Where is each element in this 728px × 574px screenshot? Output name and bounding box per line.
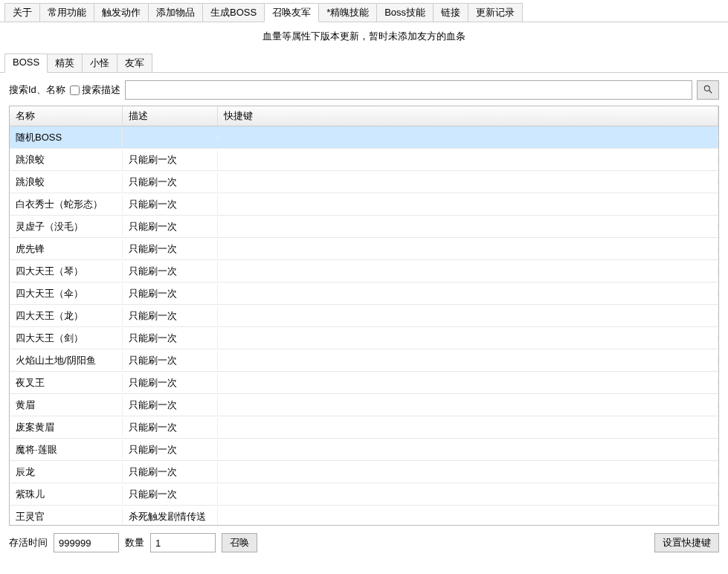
cell-name: 灵虚子（没毛）: [10, 217, 123, 236]
svg-point-0: [704, 86, 709, 91]
top-tab-9[interactable]: 更新记录: [468, 3, 523, 22]
table-row[interactable]: 跳浪蛟只能刷一次: [10, 149, 718, 171]
table-row[interactable]: 四大天王（龙）只能刷一次: [10, 305, 718, 327]
cell-desc: 只能刷一次: [123, 418, 218, 437]
top-tab-3[interactable]: 添加物品: [148, 3, 203, 22]
cell-name: 辰龙: [10, 462, 123, 482]
cell-name: 跳浪蛟: [10, 172, 123, 192]
cell-name: 四大天王（琴）: [10, 262, 123, 281]
cell-name: 黄眉: [10, 396, 123, 415]
cell-key: [218, 380, 718, 386]
search-label: 搜索Id、名称: [9, 83, 65, 97]
sub-tab-3[interactable]: 友军: [117, 54, 152, 72]
cell-name: 白衣秀士（蛇形态）: [10, 195, 123, 214]
cell-name: 废案黄眉: [10, 418, 123, 437]
table-row[interactable]: 辰龙只能刷一次: [10, 461, 718, 483]
cell-desc: 只能刷一次: [123, 351, 218, 370]
cell-name: 跳浪蛟: [10, 150, 123, 170]
sub-tab-0[interactable]: BOSS: [4, 54, 48, 73]
table-row[interactable]: 四大天王（伞）只能刷一次: [10, 283, 718, 305]
life-input[interactable]: [54, 533, 119, 552]
cell-key: [218, 246, 718, 252]
search-input[interactable]: [125, 80, 692, 100]
col-header-name[interactable]: 名称: [10, 106, 123, 126]
search-button[interactable]: [697, 80, 719, 100]
table-row[interactable]: 跳浪蛟只能刷一次: [10, 171, 718, 193]
table-row[interactable]: 魔将·莲眼只能刷一次: [10, 439, 718, 461]
top-tab-4[interactable]: 生成BOSS: [202, 3, 265, 22]
top-tab-1[interactable]: 常用功能: [39, 3, 94, 22]
cell-key: [218, 157, 718, 163]
cell-key: [218, 268, 718, 274]
cell-key: [218, 425, 718, 430]
cell-name: 随机BOSS: [10, 128, 123, 147]
cell-key: [218, 291, 718, 297]
cell-desc: 只能刷一次: [123, 262, 218, 281]
search-desc-checkbox-wrap[interactable]: 搜索描述: [70, 83, 120, 97]
table-row[interactable]: 虎先锋只能刷一次: [10, 238, 718, 260]
table-row[interactable]: 夜叉王只能刷一次: [10, 372, 718, 394]
search-icon: [703, 84, 713, 97]
qty-input[interactable]: [150, 533, 216, 552]
top-tab-5[interactable]: 召唤友军: [264, 3, 319, 22]
cell-key: [218, 201, 718, 207]
cell-name: 魔将·莲眼: [10, 440, 123, 459]
cell-key: [218, 224, 718, 230]
cell-desc: 只能刷一次: [123, 217, 218, 236]
cell-key: [218, 514, 718, 520]
summon-button[interactable]: 召唤: [222, 533, 257, 552]
table-row[interactable]: 火焰山土地/阴阳鱼只能刷一次: [10, 349, 718, 372]
col-header-key[interactable]: 快捷键: [218, 106, 718, 126]
table-row[interactable]: 黄眉只能刷一次: [10, 394, 718, 416]
cell-desc: 只能刷一次: [123, 440, 218, 459]
cell-desc: 只能刷一次: [123, 284, 218, 303]
col-header-desc[interactable]: 描述: [123, 106, 218, 126]
cell-name: 四大天王（伞）: [10, 284, 123, 303]
table-row[interactable]: 四大天王（剑）只能刷一次: [10, 327, 718, 349]
cell-desc: 只能刷一次: [123, 396, 218, 415]
cell-key: [218, 447, 718, 453]
table-row[interactable]: 废案黄眉只能刷一次: [10, 416, 718, 439]
sub-tab-1[interactable]: 精英: [47, 54, 83, 72]
sub-tab-2[interactable]: 小怪: [82, 54, 117, 72]
cell-desc: 只能刷一次: [123, 485, 218, 504]
cell-desc: 只能刷一次: [123, 462, 218, 482]
cell-name: 紫珠儿: [10, 485, 123, 504]
cell-desc: 只能刷一次: [123, 195, 218, 214]
cell-desc: 只能刷一次: [123, 239, 218, 259]
cell-desc: 杀死触发剧情传送: [123, 507, 218, 526]
cell-key: [218, 402, 718, 408]
cell-name: 火焰山土地/阴阳鱼: [10, 351, 123, 370]
table-row[interactable]: 紫珠儿只能刷一次: [10, 483, 718, 506]
top-tab-0[interactable]: 关于: [4, 3, 40, 22]
cell-desc: 只能刷一次: [123, 172, 218, 192]
set-hotkey-button[interactable]: 设置快捷键: [654, 533, 719, 552]
table-row[interactable]: 四大天王（琴）只能刷一次: [10, 260, 718, 283]
cell-key: [218, 358, 718, 364]
top-tab-7[interactable]: Boss技能: [376, 3, 434, 22]
cell-desc: 只能刷一次: [123, 150, 218, 170]
top-tab-2[interactable]: 触发动作: [94, 3, 149, 22]
cell-key: [218, 135, 718, 141]
table-row[interactable]: 白衣秀士（蛇形态）只能刷一次: [10, 193, 718, 216]
search-desc-checkbox[interactable]: [70, 86, 80, 95]
cell-desc: 只能刷一次: [123, 373, 218, 393]
table-body[interactable]: 随机BOSS跳浪蛟只能刷一次跳浪蛟只能刷一次白衣秀士（蛇形态）只能刷一次灵虚子（…: [10, 126, 718, 525]
cell-key: [218, 469, 718, 475]
table-row[interactable]: 王灵官杀死触发剧情传送: [10, 506, 718, 525]
cell-desc: 只能刷一次: [123, 329, 218, 348]
qty-label: 数量: [125, 536, 144, 549]
cell-name: 夜叉王: [10, 373, 123, 393]
table-header: 名称 描述 快捷键: [10, 106, 718, 126]
cell-name: 虎先锋: [10, 239, 123, 259]
cell-name: 四大天王（剑）: [10, 329, 123, 348]
svg-line-1: [709, 90, 712, 93]
top-tab-6[interactable]: *精魄技能: [318, 3, 377, 22]
cell-key: [218, 335, 718, 341]
top-tab-8[interactable]: 链接: [433, 3, 468, 22]
table-row[interactable]: 灵虚子（没毛）只能刷一次: [10, 216, 718, 238]
cell-desc: 只能刷一次: [123, 306, 218, 326]
cell-desc: [123, 135, 218, 141]
search-desc-checkbox-label: 搜索描述: [82, 83, 120, 97]
table-row[interactable]: 随机BOSS: [10, 126, 718, 149]
